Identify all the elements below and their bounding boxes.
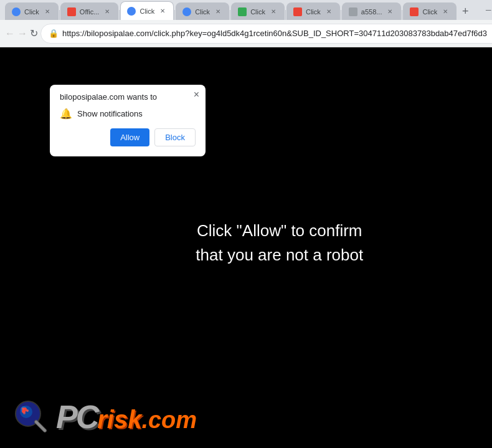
popup-row-text: Show notifications xyxy=(77,109,143,118)
tab-6-label: Click xyxy=(306,8,321,16)
tab-6[interactable]: Click ✕ xyxy=(286,2,340,20)
tab-3-active[interactable]: Click ✕ xyxy=(120,1,174,20)
forward-button[interactable]: → xyxy=(17,24,27,44)
bell-icon: 🔔 xyxy=(60,108,72,120)
tab-3-favicon xyxy=(127,7,136,16)
tab-8-label: Click xyxy=(422,8,437,16)
popup-title: biloposipalae.com wants to xyxy=(60,92,196,102)
logo-dotcom-text: .com xyxy=(141,407,197,434)
tab-4-close[interactable]: ✕ xyxy=(214,7,222,16)
address-text: https://biloposipalae.com/click.php?key=… xyxy=(62,29,487,38)
pcrisk-logo: PC risk .com xyxy=(12,398,197,436)
browser-window: Click ✕ Offic... ✕ Click ✕ Click xyxy=(0,0,492,448)
block-button[interactable]: Block xyxy=(154,128,196,146)
tab-7-close[interactable]: ✕ xyxy=(386,7,394,16)
tab-8[interactable]: Click ✕ xyxy=(403,2,457,20)
main-text-line2: that you are not a robot xyxy=(196,243,363,267)
tab-3-close[interactable]: ✕ xyxy=(158,7,167,16)
tabs-area: Click ✕ Offic... ✕ Click ✕ Click xyxy=(5,0,474,20)
tab-2-close[interactable]: ✕ xyxy=(103,7,111,16)
popup-buttons: Allow Block xyxy=(60,128,196,146)
address-bar[interactable]: 🔒 https://biloposipalae.com/click.php?ke… xyxy=(40,24,492,44)
tab-5-close[interactable]: ✕ xyxy=(269,7,278,16)
svg-point-9 xyxy=(23,412,26,414)
tab-2-label: Offic... xyxy=(80,8,100,16)
svg-line-6 xyxy=(36,422,45,431)
new-tab-button[interactable]: + xyxy=(457,2,474,20)
tab-4-label: Click xyxy=(195,8,210,16)
popup-notification-row: 🔔 Show notifications xyxy=(60,108,196,120)
tab-6-favicon xyxy=(293,7,302,16)
svg-point-7 xyxy=(22,407,24,410)
logo-icon xyxy=(12,398,50,436)
tab-5[interactable]: Click ✕ xyxy=(231,2,285,20)
window-controls: ─ □ ✕ xyxy=(474,1,492,19)
page-content: Click "Allow" to confirm that you are no… xyxy=(0,47,492,448)
tab-2[interactable]: Offic... ✕ xyxy=(60,2,119,20)
back-button[interactable]: ← xyxy=(5,24,15,44)
main-message: Click "Allow" to confirm that you are no… xyxy=(196,219,363,267)
svg-point-8 xyxy=(26,409,29,412)
tab-8-close[interactable]: ✕ xyxy=(441,7,450,16)
permission-popup: × biloposipalae.com wants to 🔔 Show noti… xyxy=(50,85,206,156)
tab-1-close[interactable]: ✕ xyxy=(43,7,52,16)
tab-1[interactable]: Click ✕ xyxy=(5,2,59,20)
lock-icon: 🔒 xyxy=(49,29,59,38)
logo-pc-text: PC xyxy=(56,398,97,436)
main-text-line1: Click "Allow" to confirm xyxy=(196,219,363,243)
tab-4[interactable]: Click ✕ xyxy=(176,2,229,20)
tab-5-label: Click xyxy=(250,8,265,16)
tab-1-favicon xyxy=(12,7,21,16)
tab-3-label: Click xyxy=(140,7,154,15)
logo-risk-text: risk xyxy=(97,406,141,434)
tab-8-favicon xyxy=(410,7,419,16)
minimize-button[interactable]: ─ xyxy=(474,1,492,19)
popup-close-button[interactable]: × xyxy=(194,90,199,100)
tab-5-favicon xyxy=(238,7,247,16)
tab-6-close[interactable]: ✕ xyxy=(324,7,333,16)
tab-2-favicon xyxy=(67,7,76,16)
tab-1-label: Click xyxy=(24,8,39,16)
nav-bar: ← → ↻ 🔒 https://biloposipalae.com/click.… xyxy=(0,20,492,47)
title-bar: Click ✕ Offic... ✕ Click ✕ Click xyxy=(0,0,492,20)
tab-7-favicon xyxy=(349,7,357,16)
tab-4-favicon xyxy=(182,7,191,16)
tab-7-label: a558... xyxy=(361,8,382,16)
reload-button[interactable]: ↻ xyxy=(30,24,38,44)
allow-button[interactable]: Allow xyxy=(110,128,149,146)
tab-7[interactable]: a558... ✕ xyxy=(342,2,402,20)
logo-text: PC risk .com xyxy=(56,398,197,436)
